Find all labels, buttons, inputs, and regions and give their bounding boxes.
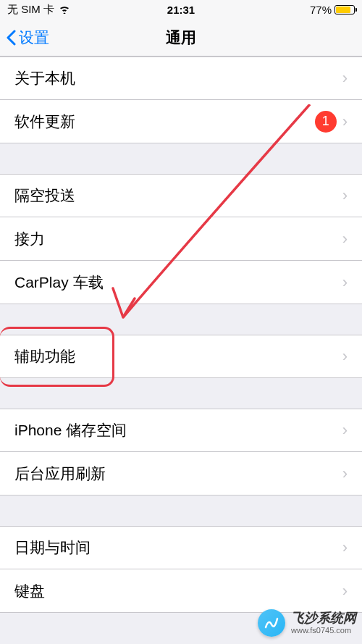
row-airdrop[interactable]: 隔空投送 ›: [0, 174, 362, 217]
row-label: 接力: [14, 229, 337, 249]
back-button[interactable]: 设置: [6, 28, 49, 48]
carrier-text: 无 SIM 卡: [7, 3, 54, 17]
row-label: iPhone 储存空间: [14, 420, 337, 440]
page-title: 通用: [166, 28, 196, 48]
chevron-right-icon: ›: [342, 69, 348, 88]
row-about[interactable]: 关于本机 ›: [0, 57, 362, 100]
row-label: 后台应用刷新: [14, 464, 337, 484]
wifi-icon: [59, 5, 70, 14]
back-label: 设置: [19, 28, 49, 48]
row-keyboard[interactable]: 键盘 ›: [0, 569, 362, 613]
battery-percent: 77%: [310, 4, 332, 16]
battery-icon: [334, 5, 355, 14]
watermark-url: www.fs0745.com: [291, 626, 356, 635]
row-label: CarPlay 车载: [14, 272, 337, 293]
group-2: 隔空投送 › 接力 › CarPlay 车载 ›: [0, 174, 362, 304]
group-1: 关于本机 › 软件更新 1 ›: [0, 57, 362, 143]
group-5: 日期与时间 › 键盘 ›: [0, 526, 362, 613]
notification-badge: 1: [315, 111, 337, 133]
nav-bar: 设置 通用: [0, 19, 362, 57]
chevron-right-icon: ›: [342, 112, 348, 131]
row-storage[interactable]: iPhone 储存空间 ›: [0, 409, 362, 452]
chevron-right-icon: ›: [342, 464, 348, 483]
chevron-right-icon: ›: [342, 582, 348, 601]
row-date-time[interactable]: 日期与时间 ›: [0, 526, 362, 569]
watermark-text: 飞沙系统网 www.fs0745.com: [291, 611, 356, 635]
status-left: 无 SIM 卡: [7, 3, 70, 17]
row-label: 关于本机: [14, 68, 337, 88]
chevron-right-icon: ›: [342, 538, 348, 557]
row-accessibility[interactable]: 辅助功能 ›: [0, 335, 362, 378]
status-time: 21:31: [167, 4, 195, 16]
row-label: 键盘: [14, 581, 337, 601]
chevron-left-icon: [6, 30, 16, 46]
chevron-right-icon: ›: [342, 230, 348, 248]
row-label: 辅助功能: [14, 346, 337, 367]
row-background-refresh[interactable]: 后台应用刷新 ›: [0, 452, 362, 495]
status-right: 77%: [310, 4, 355, 16]
row-handoff[interactable]: 接力 ›: [0, 217, 362, 261]
group-3: 辅助功能 ›: [0, 335, 362, 378]
row-label: 日期与时间: [14, 538, 337, 558]
watermark-title: 飞沙系统网: [291, 611, 356, 626]
status-bar: 无 SIM 卡 21:31 77%: [0, 0, 362, 19]
chevron-right-icon: ›: [342, 273, 348, 292]
chevron-right-icon: ›: [342, 347, 348, 366]
watermark: 飞沙系统网 www.fs0745.com: [258, 609, 356, 637]
row-label: 隔空投送: [14, 185, 337, 206]
row-software-update[interactable]: 软件更新 1 ›: [0, 100, 362, 143]
chevron-right-icon: ›: [342, 421, 348, 440]
row-carplay[interactable]: CarPlay 车载 ›: [0, 261, 362, 304]
chevron-right-icon: ›: [342, 186, 348, 205]
group-4: iPhone 储存空间 › 后台应用刷新 ›: [0, 409, 362, 495]
watermark-logo-icon: [258, 609, 285, 637]
row-label: 软件更新: [14, 112, 315, 132]
